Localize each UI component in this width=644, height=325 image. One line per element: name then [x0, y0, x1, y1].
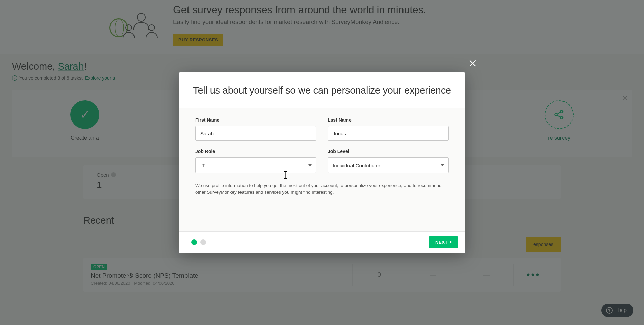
next-label: NEXT: [435, 240, 448, 245]
modal-overlay[interactable]: Tell us about yourself so we can persona…: [0, 0, 644, 325]
dialog-close-button[interactable]: [468, 59, 477, 69]
dot-2[interactable]: [200, 239, 206, 245]
dot-1[interactable]: [191, 239, 197, 245]
privacy-note: We use profile information to help you g…: [195, 182, 449, 225]
personalize-dialog: Tell us about yourself so we can persona…: [179, 72, 465, 252]
last-name-label: Last Name: [328, 117, 449, 123]
dialog-title: Tell us about yourself so we can persona…: [193, 85, 451, 96]
next-button[interactable]: NEXT: [429, 236, 458, 248]
job-role-select[interactable]: IT: [195, 157, 316, 173]
job-role-label: Job Role: [195, 149, 316, 154]
step-dots: [191, 239, 206, 245]
close-icon: [468, 59, 477, 68]
last-name-input[interactable]: [328, 126, 449, 141]
job-level-label: Job Level: [328, 149, 449, 154]
first-name-input[interactable]: [195, 126, 316, 141]
caret-right-icon: [450, 241, 452, 243]
job-level-select[interactable]: Individual Contributor: [328, 157, 449, 173]
first-name-label: First Name: [195, 117, 316, 123]
